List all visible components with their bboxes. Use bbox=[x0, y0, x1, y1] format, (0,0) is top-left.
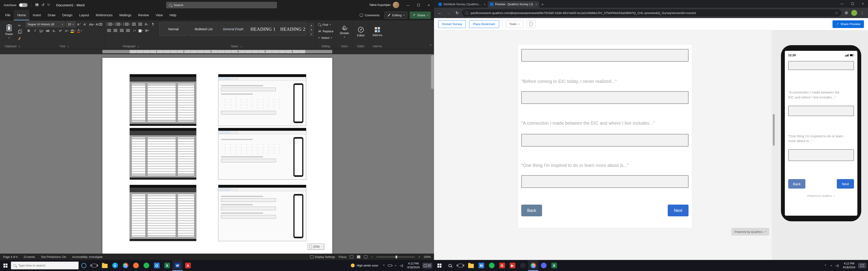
battery-icon[interactable] bbox=[387, 265, 393, 267]
line-spacing-button[interactable]: ↕▾ bbox=[131, 28, 137, 33]
cortana-button[interactable] bbox=[79, 260, 89, 271]
phone-text-input-2[interactable] bbox=[788, 106, 854, 116]
highlight-button[interactable]: ab▾ bbox=[70, 28, 76, 33]
task-view-button[interactable] bbox=[455, 260, 466, 271]
subscript-button[interactable]: x₂ bbox=[51, 28, 57, 33]
weather-widget[interactable]: High winds soon bbox=[348, 264, 381, 267]
volume-icon[interactable]: ◁) bbox=[834, 264, 840, 267]
bold-button[interactable]: B bbox=[26, 28, 32, 33]
user-avatar[interactable] bbox=[393, 2, 399, 8]
zoom-out-button[interactable]: − bbox=[371, 256, 373, 259]
text-predictions-status[interactable]: Text Predictions: On bbox=[41, 256, 66, 259]
ribbon-tab-insert[interactable]: Insert bbox=[29, 10, 44, 20]
profile-avatar[interactable] bbox=[851, 10, 857, 16]
justify-button[interactable] bbox=[125, 28, 131, 33]
multilevel-list-button[interactable]: ▾ bbox=[123, 22, 131, 27]
print-layout-view-button[interactable] bbox=[357, 256, 360, 258]
shrink-font-button[interactable]: Aˇ bbox=[82, 22, 88, 27]
network-icon[interactable]: ⌁ bbox=[828, 264, 834, 267]
editor-button[interactable]: Editor bbox=[354, 22, 367, 42]
restart-survey-button[interactable]: Restart Survey bbox=[438, 20, 466, 28]
style-bulleted-list[interactable]: Bulleted List bbox=[189, 22, 217, 36]
ribbon-tab-layout[interactable]: Layout bbox=[76, 10, 92, 20]
reload-button[interactable]: ↻ bbox=[454, 9, 461, 16]
align-center-button[interactable] bbox=[113, 28, 119, 33]
taskbar-search-button[interactable] bbox=[445, 260, 455, 271]
task-view-button[interactable] bbox=[89, 260, 99, 271]
page-count[interactable]: Page 4 of 4 bbox=[3, 256, 18, 259]
powered-by-qualtrics[interactable]: Powered by Qualtrics↗ bbox=[732, 228, 769, 236]
browser-tab-distribute[interactable]: Distribute Survey | Qualtrics Ex × bbox=[436, 1, 488, 8]
collapse-ribbon-button[interactable]: ^ bbox=[427, 44, 434, 49]
start-button[interactable] bbox=[434, 260, 445, 271]
ribbon-tab-draw[interactable]: Draw bbox=[44, 10, 59, 20]
format-painter-button[interactable] bbox=[17, 36, 22, 41]
zoom-in-button[interactable]: + bbox=[418, 256, 420, 259]
zoom-level[interactable]: 100% bbox=[424, 256, 431, 259]
survey-text-input-1[interactable] bbox=[521, 49, 688, 62]
scrollbar-thumb[interactable] bbox=[773, 114, 775, 146]
mobile-view-toggle[interactable] bbox=[526, 20, 535, 28]
taskbar-app-chrome-active[interactable] bbox=[528, 260, 538, 271]
ruler[interactable]: 1 2 3 4 5 6 bbox=[0, 49, 434, 54]
ribbon-tab-design[interactable]: Design bbox=[59, 10, 76, 20]
browser-tab-preview-active[interactable]: Preview - Qualtrics Survey | Q × bbox=[488, 1, 539, 8]
taskbar-search[interactable] bbox=[11, 262, 79, 269]
taskbar-app-word-active[interactable]: W bbox=[172, 260, 183, 271]
find-button[interactable]: Find▾ bbox=[317, 22, 334, 28]
editing-mode-button[interactable]: Editing▾ bbox=[384, 11, 407, 19]
phone-text-input-1[interactable] bbox=[788, 61, 854, 70]
autosave-toggle[interactable] bbox=[19, 3, 28, 7]
read-mode-view-button[interactable] bbox=[350, 256, 353, 258]
taskbar-clock[interactable]: 4:12 PM 4/16/2024 bbox=[404, 262, 423, 269]
web-layout-view-button[interactable] bbox=[364, 256, 367, 258]
taskbar-app-outlook[interactable]: O bbox=[151, 260, 162, 271]
back-button[interactable]: ← bbox=[436, 9, 443, 16]
taskbar-search-input[interactable] bbox=[18, 264, 76, 267]
text-effects-button[interactable]: A▾ bbox=[64, 28, 70, 33]
close-button[interactable]: × bbox=[424, 0, 434, 10]
user-name[interactable]: Taline Kuyumjian bbox=[369, 3, 391, 6]
addins-button[interactable]: Add-ins bbox=[371, 22, 384, 42]
font-color-button[interactable]: A▾ bbox=[76, 28, 82, 33]
ribbon-tab-mailings[interactable]: Mailings bbox=[116, 10, 135, 20]
font-name-select[interactable]: Segoe UI Historic (B▾ bbox=[26, 22, 65, 27]
focus-button[interactable]: Focus bbox=[339, 256, 346, 259]
superscript-button[interactable]: x² bbox=[57, 28, 63, 33]
forward-button[interactable]: → bbox=[445, 9, 452, 16]
sort-button[interactable]: A↓ bbox=[144, 22, 149, 27]
share-preview-button[interactable]: ↗Share Preview bbox=[833, 20, 864, 28]
change-case-button[interactable]: Aa▾ bbox=[89, 22, 95, 27]
paste-button[interactable]: Paste ▾ bbox=[2, 22, 16, 42]
replace-button[interactable]: abReplace bbox=[317, 28, 334, 34]
tab-close-icon[interactable]: × bbox=[484, 3, 486, 6]
word-count[interactable]: 22 words bbox=[24, 256, 35, 259]
phone-back-button[interactable]: Back bbox=[788, 179, 805, 189]
dictate-button[interactable]: Dictate ▾ bbox=[338, 22, 351, 42]
survey-text-input-2[interactable] bbox=[521, 91, 688, 104]
paste-options-button[interactable]: (Ctrl) ▾ bbox=[307, 243, 324, 249]
borders-button[interactable]: ⊞▾ bbox=[144, 28, 150, 33]
restore-button[interactable] bbox=[847, 0, 858, 7]
taskbar-app-gmail[interactable]: G bbox=[497, 260, 507, 271]
ribbon-tab-review[interactable]: Review bbox=[135, 10, 152, 20]
increase-indent-button[interactable] bbox=[137, 22, 143, 27]
save-icon[interactable]: 💾︎ bbox=[35, 3, 39, 7]
ribbon-tab-references[interactable]: References bbox=[92, 10, 116, 20]
tray-chevron-icon[interactable]: ^ bbox=[381, 264, 387, 267]
survey-text-input-4[interactable] bbox=[521, 175, 688, 188]
decrease-indent-button[interactable] bbox=[131, 22, 137, 27]
extensions-icon[interactable]: ⚙︎ bbox=[843, 9, 850, 16]
grow-font-button[interactable]: A^ bbox=[76, 22, 82, 27]
close-button[interactable]: × bbox=[858, 0, 868, 7]
document-scrollbar[interactable] bbox=[431, 55, 434, 89]
phone-text-input-3[interactable] bbox=[788, 149, 854, 161]
show-marks-button[interactable]: ¶ bbox=[150, 22, 156, 27]
italic-button[interactable]: I bbox=[32, 28, 38, 33]
action-center-button[interactable] bbox=[858, 263, 866, 268]
taskbar-app-file-explorer[interactable] bbox=[466, 260, 476, 271]
document-page[interactable]: (Ctrl) ▾ bbox=[102, 58, 332, 253]
taskbar-app-excel[interactable]: X bbox=[162, 260, 172, 271]
ribbon-tab-file[interactable]: File bbox=[2, 10, 14, 20]
cut-button[interactable]: ✂ bbox=[17, 23, 22, 28]
